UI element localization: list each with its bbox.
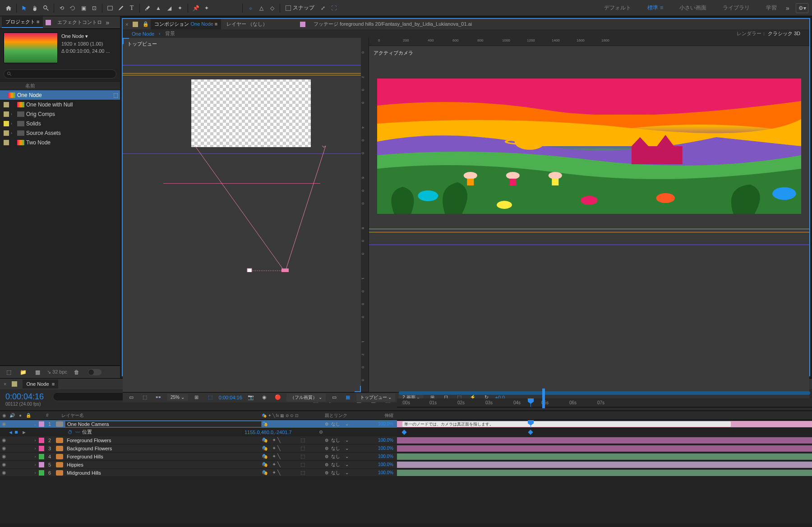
visibility-icon[interactable]: ◉ [0,437,8,443]
parent-dropdown[interactable]: ⊚ なし ⌄ [325,437,370,444]
name-column-header[interactable]: 名前 [25,83,35,89]
layer-bar[interactable] [397,453,812,460]
prev-keyframe-icon[interactable]: ◄ [8,430,13,435]
transparency-icon[interactable]: ▦ [343,393,353,402]
layer-color-swatch[interactable] [39,462,44,467]
channels-icon[interactable]: 🔴 [273,393,283,402]
comp-name-label[interactable]: One Node ▾ [61,32,110,40]
view-mode-dropdown[interactable]: トップビュー ⌄ [356,393,396,402]
delete-icon[interactable]: 🗑 [72,367,82,377]
selection-tool-icon[interactable] [19,3,29,13]
graph-icon[interactable]: 〰 [75,430,80,435]
layer-name[interactable]: Midground Hills [65,470,262,476]
visibility-icon[interactable]: ◉ [0,445,8,451]
layer-color-swatch[interactable] [39,470,44,476]
col-parent[interactable]: 親とリンク [325,412,370,419]
col-stretch[interactable]: 伸縮 [370,412,397,419]
ws-tab-default[interactable]: デフォルト [596,1,639,14]
breadcrumb-item[interactable]: 背景 [161,29,179,38]
col-layer-name[interactable]: レイヤー名 [52,412,262,419]
pan-behind-tool-icon[interactable]: ⊡ [89,3,99,13]
layer-color-swatch[interactable] [39,454,44,459]
layer-row[interactable]: ◉ › 4 Foreground Hills 🎭 ✦ ╲ ⬚ ⊚ なし ⌄ 10… [0,453,812,461]
tab-effect-controls[interactable]: エフェクトコントロ [54,17,106,28]
project-item[interactable]: One Node with Null [0,100,120,109]
timeline-tab[interactable]: One Node ≡ [23,379,58,388]
orbit-tool-icon[interactable]: ⟲ [57,3,67,13]
rotate-tool-icon[interactable] [68,3,78,13]
layer-row[interactable]: ◉ › 5 Hippies 🎭 ✦ ╲ ⬚ ⊚ なし ⌄ 100.0% [0,461,812,469]
ws-more-icon[interactable]: » [786,5,795,12]
3d-icon[interactable]: 👓 [153,393,163,402]
new-comp-icon[interactable]: ▦ [32,367,42,377]
parent-dropdown[interactable]: ⊚ なし ⌄ [325,421,370,427]
snap-toggle[interactable]: スナップ [283,4,317,12]
project-item[interactable]: › Source Assets [0,128,120,138]
property-row[interactable]: ◄ ◆ ► ⏱ 〰 位置 1155.0,480.0,-2401.7 ⊚ [0,428,812,436]
expand-icon[interactable]: › [32,462,38,467]
parent-dropdown[interactable]: ⊚ なし ⌄ [325,445,370,452]
eraser-tool-icon[interactable]: ◢ [164,3,174,13]
expand-icon[interactable]: › [32,446,38,451]
layer-bar[interactable]: 単一のノードでは、カメラは真正面を指します。 [397,421,812,427]
parent-dropdown[interactable]: ⊚ なし ⌄ [325,462,370,468]
layer-row[interactable]: ◉ ⌄ 1 One Node Camera 🎭 ⊚ なし ⌄ 100.0% 単一… [0,420,812,428]
snap-opt2-icon[interactable]: ⛶ [329,3,339,13]
layer-color-swatch[interactable] [39,421,44,427]
visibility-icon[interactable]: ◉ [0,421,8,427]
roto-tool-icon[interactable]: ✦ [175,3,185,13]
viewer-top-view[interactable]: トップビュー [123,38,361,392]
stretch-value[interactable]: 100.0% [370,462,397,467]
tab-composition[interactable]: コンポジション One Node ≡ [151,19,221,29]
comp-flow-icon[interactable]: ⬚ [140,393,150,402]
mask-icon[interactable]: ⬚ [205,393,215,402]
stretch-value[interactable]: 100.0% [370,454,397,459]
tab-project[interactable]: プロジェクト ≡ [2,17,43,28]
property-value[interactable]: 1155.0,480.0,-2401.7 [245,430,292,435]
comp-thumbnail[interactable] [4,32,58,63]
ws-tab-standard[interactable]: 標準 [639,1,671,14]
puppet-tool-icon[interactable]: 📌 [191,3,201,13]
snapshot-icon[interactable]: 📷 [246,393,256,402]
active-camera-render[interactable] [377,79,801,214]
stretch-value[interactable]: 100.0% [370,470,397,475]
stretch-value[interactable]: 100.0% [370,438,397,443]
show-snapshot-icon[interactable]: ◉ [259,393,269,402]
layer-color-swatch[interactable] [39,438,44,443]
layer-name[interactable]: Foreground Hills [65,454,262,459]
expand-icon[interactable]: › [32,454,38,459]
clone-tool-icon[interactable]: ▲ [153,3,163,13]
project-item[interactable]: Two Node [0,138,120,147]
parent-dropdown[interactable]: ⊚ なし ⌄ [325,453,370,460]
layer-bar[interactable] [397,462,812,468]
project-search-input[interactable] [4,69,116,79]
parent-dropdown[interactable]: ⊚ なし ⌄ [325,470,370,476]
stopwatch-icon[interactable]: ⏱ [68,430,73,435]
tab-footage[interactable]: フッテージ foreground hills 20/Fantasy_land_b… [310,19,475,29]
camera-frustum[interactable] [195,146,375,272]
layer-row[interactable]: ◉ › 3 Background Flowers 🎭 ✦ ╲ ⬚ ⊚ なし ⌄ … [0,444,812,453]
layer-name[interactable]: Foreground Flowers [65,438,262,443]
roi-icon[interactable]: ▭ [329,393,339,402]
work-area-end[interactable] [542,388,545,408]
zoom-dropdown[interactable]: 25% ⌄ [167,394,188,401]
world-axis-icon[interactable]: △ [256,3,266,13]
type-tool-icon[interactable]: T [127,3,137,13]
breadcrumb-item[interactable]: One Node [128,30,158,37]
layer-name[interactable]: Hippies [65,462,262,467]
view-axis-icon[interactable]: ◇ [267,3,277,13]
visibility-icon[interactable]: ◉ [0,453,8,459]
layer-color-swatch[interactable] [39,446,44,451]
zoom-tool-icon[interactable] [41,3,51,13]
keyframe-icon[interactable] [528,430,533,435]
stretch-value[interactable]: 100.0% [370,421,397,426]
snap-opt-icon[interactable]: ⤢ [318,3,328,13]
keyframe-icon[interactable] [401,430,406,435]
layer-row[interactable]: ◉ › 6 Midground Hills 🎭 ✦ ╲ ⬚ ⊚ なし ⌄ 100… [0,469,812,477]
stretch-value[interactable]: 100.0% [370,446,397,451]
add-keyframe-icon[interactable]: ◆ [13,429,20,435]
camera-tool-icon[interactable]: ▣ [78,3,88,13]
ws-tab-library[interactable]: ライブラリ [715,1,758,14]
project-search[interactable] [4,69,116,79]
viewer-active-camera[interactable]: 0 200 400 600 800 1000 1200 1400 1600 18… [369,38,809,392]
